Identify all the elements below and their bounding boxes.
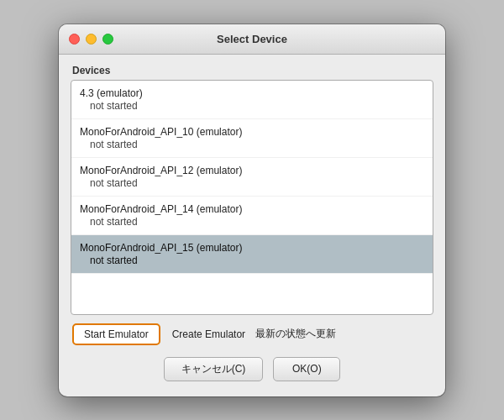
device-list-item[interactable]: 4.3 (emulator)not started: [71, 81, 433, 119]
maximize-button[interactable]: [102, 34, 113, 45]
device-status: not started: [80, 177, 424, 189]
action-row: Start Emulator Create Emulator 最新の状態へ更新: [71, 323, 433, 345]
minimize-button[interactable]: [86, 34, 97, 45]
device-status: not started: [80, 139, 424, 150]
traffic-lights: [69, 34, 113, 45]
device-name: MonoForAndroid_API_15 (emulator): [80, 242, 424, 254]
device-list-item[interactable]: MonoForAndroid_API_14 (emulator)not star…: [71, 197, 433, 235]
device-status: not started: [80, 255, 424, 266]
window-title: Select Device: [217, 33, 287, 45]
window-content: Devices 4.3 (emulator)not startedMonoFor…: [59, 55, 445, 396]
device-name: 4.3 (emulator): [80, 87, 424, 99]
devices-label: Devices: [71, 65, 433, 76]
device-list-item[interactable]: MonoForAndroid_API_15 (emulator)not star…: [71, 235, 433, 274]
button-row: キャンセル(C) OK(O): [71, 357, 433, 385]
device-list[interactable]: 4.3 (emulator)not startedMonoForAndroid_…: [71, 80, 433, 315]
device-name: MonoForAndroid_API_10 (emulator): [80, 126, 424, 138]
close-button[interactable]: [69, 34, 80, 45]
start-emulator-button[interactable]: Start Emulator: [72, 323, 160, 345]
create-emulator-link[interactable]: Create Emulator: [172, 328, 245, 340]
ok-button[interactable]: OK(O): [273, 357, 340, 381]
device-list-item[interactable]: MonoForAndroid_API_12 (emulator)not star…: [71, 158, 433, 197]
device-list-item[interactable]: MonoForAndroid_API_10 (emulator)not star…: [71, 119, 433, 158]
device-status: not started: [80, 100, 424, 112]
device-name: MonoForAndroid_API_12 (emulator): [80, 165, 424, 176]
select-device-window: Select Device Devices 4.3 (emulator)not …: [59, 24, 445, 396]
device-status: not started: [80, 216, 424, 228]
cancel-button[interactable]: キャンセル(C): [164, 357, 264, 381]
titlebar: Select Device: [59, 24, 445, 55]
device-name: MonoForAndroid_API_14 (emulator): [80, 203, 424, 215]
refresh-link[interactable]: 最新の状態へ更新: [255, 327, 336, 341]
